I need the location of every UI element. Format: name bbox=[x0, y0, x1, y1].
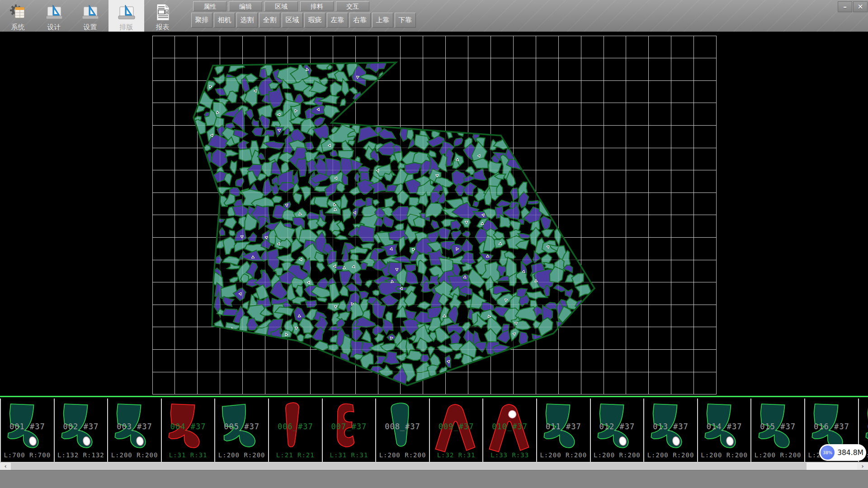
close-button[interactable]: ✕ bbox=[853, 1, 868, 12]
piece-thumbnail-cell[interactable]: 007_#37L:31 R:31 bbox=[322, 399, 376, 462]
piece-lr-count: L:200 R:200 bbox=[376, 451, 429, 459]
piece-name: 002_#37 bbox=[55, 422, 108, 431]
piece-name: 008_#37 bbox=[376, 422, 429, 431]
piece-name: 007_#37 bbox=[323, 422, 376, 431]
piece-thumbnail-cell[interactable]: 002_#37L:132 R:132 bbox=[54, 399, 108, 462]
piece-thumbnail-cell[interactable]: 015_#37L:200 R:200 bbox=[750, 399, 804, 462]
piece-thumbnail-cell[interactable]: 009_#37L:32 R:31 bbox=[429, 399, 483, 462]
piece-thumbnail-cell[interactable]: 012_#37L:200 R:200 bbox=[590, 399, 644, 462]
app-button-design[interactable]: 设计 bbox=[36, 0, 72, 32]
piece-thumbnail-cell[interactable]: 010_#37L:33 R:33 bbox=[482, 399, 536, 462]
menu-tab-bar: 属性 编辑 区域 排料 交互 bbox=[193, 1, 369, 11]
nesting-canvas bbox=[0, 32, 868, 396]
piece-name: 006_#37 bbox=[269, 422, 322, 431]
piece-lr-count: L:31 R:31 bbox=[323, 451, 376, 459]
menu-tab-edit[interactable]: 编辑 bbox=[229, 1, 262, 11]
status-footer bbox=[0, 470, 868, 488]
report-icon bbox=[154, 2, 171, 22]
piece-thumbnail-cell[interactable]: 011_#37L:200 R:200 bbox=[536, 399, 590, 462]
piece-thumbnail-cell[interactable]: 013_#37L:200 R:200 bbox=[643, 399, 697, 462]
system-icon bbox=[9, 2, 27, 22]
top-ribbon: 系统 设计 设置 bbox=[0, 0, 868, 32]
piece-lr-count: L:31 R:31 bbox=[162, 451, 215, 459]
piece-lr-count: L:200 R:200 bbox=[108, 451, 161, 459]
piece-lr-count: L:200 R:200 bbox=[644, 451, 697, 459]
tool-button-align-right[interactable]: 右靠 bbox=[349, 13, 371, 28]
piece-name: 001_#37 bbox=[1, 422, 54, 431]
nesting-icon bbox=[117, 2, 136, 22]
piece-lr-count: L:200 R:200 bbox=[591, 451, 644, 459]
piece-lr-count: L:21 R:21 bbox=[269, 451, 322, 459]
piece-film-strip: 001_#37L:700 R:700002_#37L:132 R:132003_… bbox=[0, 399, 868, 462]
piece-name: 005_#37 bbox=[215, 422, 268, 431]
design-icon bbox=[45, 2, 64, 22]
piece-lr-count: L:200 R:200 bbox=[698, 451, 751, 459]
percent-indicator: 38% bbox=[821, 446, 835, 460]
scroll-left-arrow[interactable]: ‹ bbox=[0, 462, 11, 470]
tool-button-align-left[interactable]: 左靠 bbox=[327, 13, 348, 28]
piece-lr-count: L:200 R:200 bbox=[537, 451, 590, 459]
piece-name: 013_#37 bbox=[644, 422, 697, 431]
app-button-label: 排版 bbox=[120, 23, 133, 32]
tool-button-select-cut[interactable]: 选割 bbox=[236, 13, 258, 28]
piece-lr-count: L:200 R:200 bbox=[751, 451, 804, 459]
tool-button-cluster-nest[interactable]: 聚排 bbox=[191, 13, 212, 28]
app-button-nesting[interactable]: 排版 bbox=[108, 0, 144, 32]
piece-name: 011_#37 bbox=[537, 422, 590, 431]
minimize-icon: – bbox=[843, 3, 847, 11]
settings-icon bbox=[81, 2, 100, 22]
tool-button-align-bottom[interactable]: 下靠 bbox=[395, 13, 416, 28]
horizontal-scrollbar[interactable]: ‹ › bbox=[0, 462, 868, 470]
tool-button-camera[interactable]: 相机 bbox=[214, 13, 235, 28]
film-strip-accent-line bbox=[0, 396, 868, 397]
piece-thumbnail-cell[interactable]: 006_#37L:21 R:21 bbox=[268, 399, 322, 462]
piece-name: 010_#37 bbox=[483, 422, 536, 431]
app-button-settings[interactable]: 设置 bbox=[72, 0, 108, 32]
tool-button-bar: 聚排 相机 选割 全割 区域 瑕疵 左靠 右靠 上靠 下靠 bbox=[191, 13, 416, 28]
menu-tab-interaction[interactable]: 交互 bbox=[336, 1, 369, 11]
tool-button-cut-all[interactable]: 全割 bbox=[259, 13, 280, 28]
piece-name: 012_#37 bbox=[591, 422, 644, 431]
piece-thumbnail-cell[interactable]: 001_#37L:700 R:700 bbox=[0, 399, 54, 462]
piece-name: 004_#37 bbox=[162, 422, 215, 431]
app-button-label: 设置 bbox=[84, 23, 97, 32]
tool-button-align-top[interactable]: 上靠 bbox=[372, 13, 393, 28]
piece-thumbnail-cell[interactable]: 003_#37L:200 R:200 bbox=[107, 399, 161, 462]
menu-tab-region[interactable]: 区域 bbox=[264, 1, 298, 11]
piece-thumbnail-cell[interactable]: 008_#37L:200 R:200 bbox=[375, 399, 429, 462]
piece-thumbnail-cell[interactable]: 014_#37L:200 R:200 bbox=[697, 399, 751, 462]
app-button-label: 系统 bbox=[11, 23, 25, 32]
close-icon: ✕ bbox=[858, 3, 863, 11]
piece-lr-count: L:200 R:200 bbox=[215, 451, 268, 459]
menu-tab-nesting[interactable]: 排料 bbox=[300, 1, 334, 11]
piece-lr-count: L:132 R:132 bbox=[55, 451, 108, 459]
piece-name: 003_#37 bbox=[108, 422, 161, 431]
piece-thumbnail-cell[interactable]: 004_#37L:31 R:31 bbox=[161, 399, 215, 462]
app-button-report[interactable]: 报表 bbox=[145, 0, 180, 32]
menu-tab-properties[interactable]: 属性 bbox=[193, 1, 226, 11]
app-button-label: 报表 bbox=[156, 23, 170, 32]
nesting-canvas-area[interactable] bbox=[0, 32, 868, 396]
tool-button-defect[interactable]: 瑕疵 bbox=[304, 13, 326, 28]
piece-lr-count: L:33 R:33 bbox=[483, 451, 536, 459]
piece-lr-count: L:32 R:31 bbox=[430, 451, 483, 459]
tool-button-region[interactable]: 区域 bbox=[282, 13, 303, 28]
piece-name: 015_#37 bbox=[751, 422, 804, 431]
app-button-label: 设计 bbox=[47, 23, 61, 32]
scrollbar-thumb[interactable] bbox=[11, 463, 807, 470]
memory-value: 384.8M bbox=[835, 449, 866, 457]
piece-name: 017_#37 bbox=[859, 422, 868, 431]
memory-status-badge[interactable]: 38% 384.8M bbox=[819, 444, 866, 461]
piece-name: 016_#37 bbox=[805, 422, 858, 431]
scroll-right-arrow[interactable]: › bbox=[857, 462, 868, 470]
piece-name: 009_#37 bbox=[430, 422, 483, 431]
piece-lr-count: L:700 R:700 bbox=[1, 451, 54, 459]
piece-thumbnail-cell[interactable]: 005_#37L:200 R:200 bbox=[214, 399, 268, 462]
minimize-button[interactable]: – bbox=[838, 1, 852, 12]
app-button-system[interactable]: 系统 bbox=[0, 0, 36, 32]
piece-name: 014_#37 bbox=[698, 422, 751, 431]
